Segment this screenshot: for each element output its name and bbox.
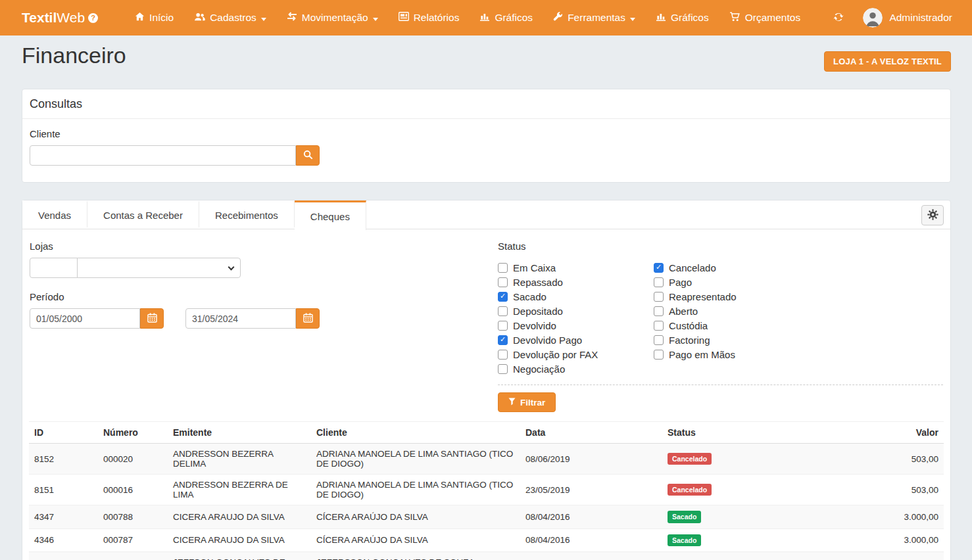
tab-vendas[interactable]: Vendas [22, 200, 87, 227]
checkbox-label: Devolução por FAX [513, 349, 598, 360]
tab-contas-a-receber[interactable]: Contas a Receber [87, 200, 199, 227]
navbar-right: Administrador [833, 8, 952, 28]
refresh-button[interactable] [833, 12, 844, 24]
question-circle-icon[interactable]: ? [88, 13, 98, 23]
status-checkbox-reapresentado[interactable]: Reapresentado [654, 289, 737, 304]
checkbox[interactable] [498, 335, 508, 345]
nav-item-ferramentas[interactable]: Ferramentas [553, 12, 635, 24]
checkbox[interactable] [654, 292, 664, 302]
date-from-input[interactable] [30, 308, 140, 329]
cell-emitente: ANDRESSON BEZERRA DELIMA [168, 444, 311, 475]
filtrar-button[interactable]: Filtrar [498, 392, 556, 412]
checkbox[interactable] [654, 277, 664, 287]
cell-valor: 503,00 [846, 475, 944, 505]
settings-button[interactable] [921, 205, 944, 225]
cell-cliente: CÍCERA ARAÚJO DA SILVA [311, 505, 520, 529]
nav-item-orcamentos[interactable]: Orçamentos [729, 12, 800, 24]
cell-cliente: JEFERSSON GONÇALVES DE SOUZA (LUZIMAR) [311, 552, 520, 560]
nav-item-movimentacao[interactable]: Movimentação [287, 12, 378, 24]
cell-numero: 000787 [98, 528, 168, 552]
status-checkbox-cancelado[interactable]: Cancelado [654, 260, 737, 275]
table-row[interactable]: 3502 800070 JEFFSON GONÇALVES DE SOUZA J… [29, 552, 944, 560]
table-row[interactable]: 4347 000788 CICERA ARAUJO DA SILVA CÍCER… [29, 505, 944, 529]
loja-code-input[interactable] [30, 258, 78, 278]
filters-right-column: Status Em Caixa Repassado Sacado Deposit… [498, 241, 943, 412]
status-checkbox-devolvido[interactable]: Devolvido [498, 318, 654, 333]
tab-recebimentos[interactable]: Recebimentos [199, 200, 295, 227]
user-icon [870, 12, 876, 18]
loja-select-wrap [77, 258, 241, 278]
store-button[interactable]: LOJA 1 - A VELOZ TEXTIL [824, 51, 951, 72]
brand-bold: Textil [22, 10, 57, 26]
gear-icon [927, 209, 938, 222]
status-checkbox-sacado[interactable]: Sacado [498, 289, 654, 304]
checkbox[interactable] [498, 350, 508, 360]
nav-item-graficos-2[interactable]: Gráficos [656, 12, 709, 24]
status-checkbox-devolucao-por-fax[interactable]: Devolução por FAX [498, 347, 654, 362]
cell-status: Sacado [662, 505, 846, 529]
checkbox[interactable] [654, 321, 664, 331]
cliente-search-button[interactable] [296, 145, 320, 166]
status-checkbox-repassado[interactable]: Repassado [498, 275, 654, 289]
page-header: Financeiro LOJA 1 - A VELOZ TEXTIL [0, 35, 972, 72]
status-checkbox-custodia[interactable]: Custódia [654, 318, 737, 333]
table-row[interactable]: 8152 000020 ANDRESSON BEZERRA DELIMA ADR… [29, 444, 944, 475]
nav-item-label: Movimentação [302, 12, 368, 24]
brand-logo[interactable]: TextilWeb ? [22, 10, 98, 26]
checkbox-label: Custódia [669, 320, 708, 331]
status-badge: Cancelado [668, 453, 712, 465]
status-checkbox-em-caixa[interactable]: Em Caixa [498, 260, 654, 275]
date-from-calendar-button[interactable] [140, 308, 164, 329]
avatar[interactable] [863, 8, 883, 28]
status-checkbox-depositado[interactable]: Depositado [498, 304, 654, 318]
status-label: Status [498, 241, 943, 252]
newspaper-icon [399, 12, 409, 24]
cliente-input[interactable] [30, 145, 296, 166]
checkbox[interactable] [654, 263, 664, 273]
checkbox[interactable] [498, 277, 508, 287]
column-header-cliente: Cliente [311, 422, 520, 444]
wrench-icon [553, 12, 563, 24]
cell-valor: 3.000,00 [846, 505, 944, 529]
checkbox[interactable] [498, 364, 508, 374]
status-checkbox-pago[interactable]: Pago [654, 275, 737, 289]
checkbox[interactable] [654, 306, 664, 316]
periodo-inputs [30, 308, 498, 329]
cell-id: 3502 [29, 552, 98, 560]
date-to-input[interactable] [185, 308, 296, 329]
date-to-calendar-button[interactable] [296, 308, 320, 329]
status-checkbox-devolvido-pago[interactable]: Devolvido Pago [498, 333, 654, 347]
status-checkbox-aberto[interactable]: Aberto [654, 304, 737, 318]
cell-valor: 2.381,00 [846, 552, 944, 560]
date-to-group [185, 308, 320, 329]
checkbox[interactable] [498, 321, 508, 331]
checkbox[interactable] [654, 350, 664, 360]
user-name[interactable]: Administrador [889, 12, 952, 24]
checkbox[interactable] [498, 263, 508, 273]
status-checkbox-pago-em-maos[interactable]: Pago em Mãos [654, 347, 737, 362]
bar-chart-icon [479, 12, 490, 24]
users-icon [194, 12, 205, 24]
checkbox[interactable] [498, 292, 508, 302]
loja-select[interactable] [77, 258, 241, 278]
nav-item-relatorios[interactable]: Relatórios [399, 12, 460, 24]
nav-item-inicio[interactable]: Início [135, 12, 174, 24]
nav-item-graficos-1[interactable]: Gráficos [479, 12, 533, 24]
checkbox[interactable] [654, 335, 664, 345]
table-row[interactable]: 4346 000787 CICERA ARAUJO DA SILVA CÍCER… [29, 528, 944, 552]
checkbox-label: Pago em Mãos [669, 349, 735, 360]
table-row[interactable]: 8151 000016 ANDRESSON BEZERRA DE LIMA AD… [29, 475, 944, 505]
cell-valor: 3.000,00 [846, 528, 944, 552]
checkbox-label: Sacado [513, 291, 547, 302]
checkbox[interactable] [498, 306, 508, 316]
caret-down-icon [373, 12, 378, 24]
lojas-input-group [30, 258, 498, 278]
consultas-panel-title: Consultas [22, 89, 950, 119]
tab-cheques[interactable]: Cheques [295, 200, 366, 230]
status-badge: Cancelado [668, 484, 712, 496]
nav-item-cadastros[interactable]: Cadastros [194, 12, 266, 24]
status-checkbox-negociacao[interactable]: Negociação [498, 362, 654, 376]
status-column-2: Cancelado Pago Reapresentado Aberto Cust… [654, 260, 737, 376]
cell-cliente: ADRIANA MANOELA DE LIMA SANTIAGO (TICO D… [311, 444, 520, 475]
status-checkbox-factoring[interactable]: Factoring [654, 333, 737, 347]
